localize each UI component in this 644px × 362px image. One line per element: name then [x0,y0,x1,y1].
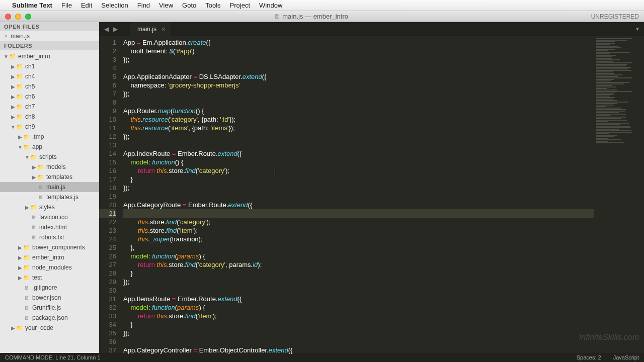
disclosure-arrow-icon[interactable]: ▶ [10,64,16,69]
disclosure-arrow-icon[interactable]: ▼ [24,154,30,160]
folder-row[interactable]: ▶ember_intro [0,252,99,262]
file-row[interactable]: Gruntfile.js [0,303,99,313]
line-number[interactable]: 24 [99,235,116,243]
folder-row[interactable]: ▶templates [0,172,99,182]
tab-overflow-button[interactable]: ▼ [635,26,640,32]
line-number[interactable]: 7 [99,89,116,98]
folder-row[interactable]: ▼scripts [0,152,99,162]
disclosure-arrow-icon[interactable]: ▶ [31,174,37,180]
line-number[interactable]: 23 [99,226,116,235]
code-line[interactable]: namespace: 'grocery-shoppr-emberjs' [123,81,594,89]
code-line[interactable] [123,64,594,72]
folder-row[interactable]: ▶ch7 [0,102,99,112]
disclosure-arrow-icon[interactable]: ▶ [24,205,30,210]
line-number[interactable]: 12 [99,132,116,141]
code-line[interactable]: this.resource('items', {path: 'items'}); [123,124,594,132]
code-line[interactable] [123,192,594,201]
code-line[interactable]: } [123,269,594,278]
code-line[interactable]: }); [123,89,594,98]
code-editor[interactable]: App = Em.Application.create({ rootElemen… [121,36,594,353]
line-number[interactable]: 17 [99,175,116,184]
line-number[interactable]: 4 [99,64,116,72]
file-row[interactable]: templates.js [0,192,99,202]
code-line[interactable]: App.CategoryRoute = Ember.Route.extend({ [123,201,594,209]
code-line[interactable]: App.Router.map(function() { [123,107,594,115]
code-line[interactable]: }); [123,55,594,64]
code-line[interactable] [123,141,594,149]
disclosure-arrow-icon[interactable]: ▶ [17,245,23,250]
code-line[interactable]: this._super(transition); [123,235,594,243]
disclosure-arrow-icon[interactable]: ▶ [17,265,23,270]
file-row[interactable]: favicon.ico [0,212,99,222]
minimize-window-button[interactable] [15,14,21,20]
menu-goto[interactable]: Goto [182,2,196,9]
line-number[interactable]: 11 [99,124,116,132]
line-number[interactable]: 2 [99,47,116,55]
code-line[interactable]: return this.store.find('item'); [123,312,594,320]
menu-project[interactable]: Project [230,2,250,9]
line-number[interactable]: 15 [99,158,116,166]
line-number[interactable]: 14 [99,149,116,158]
line-number[interactable]: 22 [99,218,116,226]
disclosure-arrow-icon[interactable]: ▼ [3,54,9,59]
disclosure-arrow-icon[interactable]: ▶ [10,94,16,100]
line-number[interactable]: 10 [99,115,116,124]
code-line[interactable]: }, [123,243,594,252]
code-line[interactable]: }); [123,278,594,286]
line-number[interactable]: 36 [99,337,116,346]
code-line[interactable]: this.resource('category', {path: ':id'})… [123,115,594,124]
disclosure-arrow-icon[interactable]: ▶ [10,114,16,120]
folder-row[interactable]: ▼ch9 [0,122,99,132]
code-line[interactable] [123,337,594,346]
code-line[interactable]: }); [123,329,594,337]
folder-row[interactable]: ▶node_modules [0,262,99,273]
nav-back-button[interactable]: ◀ [102,25,110,33]
disclosure-arrow-icon[interactable]: ▶ [17,134,23,140]
folder-row[interactable]: ▶ch8 [0,112,99,122]
file-row[interactable]: bower.json [0,293,99,303]
folder-row[interactable]: ▶ch4 [0,71,99,81]
file-row[interactable]: .gitignore [0,283,99,293]
code-line[interactable]: App.IndexRoute = Ember.Route.extend({ [123,149,594,158]
code-line[interactable]: App.ApplicationAdapter = DS.LSAdapter.ex… [123,72,594,81]
folder-row[interactable]: ▼ember_intro [0,51,99,61]
code-line[interactable]: this.store.find('item'); [123,226,594,235]
disclosure-arrow-icon[interactable]: ▶ [17,275,23,281]
line-number[interactable]: 31 [99,295,116,303]
line-number[interactable]: 26 [99,252,116,260]
disclosure-arrow-icon[interactable]: ▶ [10,84,16,89]
code-line[interactable]: model: function(params) { [123,303,594,312]
code-line[interactable]: App.CategoryController = Ember.ObjectCon… [123,346,594,354]
menu-window[interactable]: Window [259,2,282,9]
line-number[interactable]: 33 [99,312,116,320]
folder-row[interactable]: ▶your_code [0,323,99,333]
code-line[interactable]: rootElement: $('#app') [123,47,594,55]
code-line[interactable]: this.store.find('category'); [123,218,594,226]
menu-file[interactable]: File [61,2,72,9]
menu-find[interactable]: Find [137,2,150,9]
folder-row[interactable]: ▶test [0,273,99,283]
close-window-button[interactable] [5,14,11,20]
folder-row[interactable]: ▶ch5 [0,81,99,92]
disclosure-arrow-icon[interactable]: ▶ [10,104,16,110]
zoom-window-button[interactable] [25,14,31,20]
code-line[interactable]: model: function() { [123,158,594,166]
line-number[interactable]: 37 [99,346,116,354]
folder-row[interactable]: ▶ch1 [0,61,99,71]
line-number[interactable]: 29 [99,278,116,286]
file-row[interactable]: index.html [0,222,99,232]
code-line[interactable]: App = Em.Application.create({ [123,38,594,47]
minimap[interactable] [594,36,644,353]
line-number[interactable]: 9 [99,107,116,115]
code-line[interactable]: return this.store.find('category', param… [123,260,594,269]
code-line[interactable] [123,98,594,107]
open-file-item[interactable]: × main.js [0,31,99,41]
line-number[interactable]: 13 [99,141,116,149]
file-row[interactable]: robots.txt [0,232,99,242]
menu-selection[interactable]: Selection [101,2,128,9]
line-number[interactable]: 34 [99,320,116,329]
disclosure-arrow-icon[interactable]: ▶ [10,325,16,331]
line-number[interactable]: 5 [99,72,116,81]
tab-close-icon[interactable]: × [162,25,166,33]
folder-row[interactable]: ▶ch6 [0,92,99,102]
